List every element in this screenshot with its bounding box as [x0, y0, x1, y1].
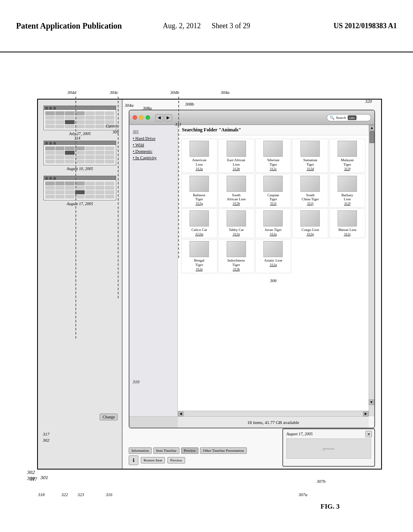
item-ref: 312r	[344, 232, 351, 236]
grid-item-tabby: Tabby Cat 312n	[218, 208, 254, 238]
grid-item-siberiantiger: SiberianTiger 312c	[255, 139, 292, 173]
grid-item-bengaltiger: BengalTiger 312e	[181, 239, 217, 273]
search-label: Search	[336, 116, 346, 120]
item-name: East AfricanLion	[227, 158, 245, 167]
grid-item-barbarylion: BarbaryLion 312l	[329, 174, 365, 208]
calendar-item-3: August 17, 2005	[44, 176, 116, 206]
scroll-thumb-v[interactable]	[369, 131, 374, 143]
item-name: Javan Tiger	[265, 228, 282, 232]
publication-date: Aug. 2, 2012	[163, 22, 201, 30]
item-name: SumatranTiger	[303, 158, 317, 167]
item-icon	[300, 210, 320, 227]
status-text: 18 items, 41.77 GB available	[247, 420, 299, 425]
maximize-button[interactable]	[146, 115, 150, 120]
tab-other-timeline[interactable]: Other Timeline Presentation	[200, 447, 247, 454]
change-button-area: Change	[100, 414, 118, 420]
item-icon	[227, 176, 246, 192]
change-button[interactable]: Change	[100, 414, 118, 420]
grid-item-southchinatiger: SouthChina Tiger 312j	[292, 174, 328, 208]
page-header: Patent Application Publication Aug. 2, 2…	[0, 0, 413, 52]
publication-date-sheet: Aug. 2, 2012 Sheet 3 of 29	[143, 22, 270, 30]
ref-304a-label: 304a	[125, 103, 133, 108]
finder-grid-area[interactable]: Searching Folder "Animals" AmericanLion …	[178, 125, 369, 416]
restore-item-btn[interactable]: Restore Item	[141, 457, 165, 463]
item-ref: 312b	[233, 167, 240, 171]
item-icon	[190, 176, 209, 192]
item-name: AmericanLion	[192, 158, 206, 167]
preview-content: preview	[286, 438, 371, 459]
item-ref: 312q	[269, 263, 277, 267]
item-ref: 312m	[195, 232, 203, 236]
item-ref: 312n	[233, 232, 240, 236]
info-icon: ℹ	[133, 457, 135, 463]
item-icon	[338, 141, 357, 157]
finder-content-area: 301 • Hard Drive • Wild • Domestic • In …	[129, 125, 374, 416]
scroll-right-btn[interactable]: ▶	[363, 411, 369, 416]
grid-item-javantiger: Javan Tiger 312o	[255, 208, 292, 238]
back-button[interactable]: ◀	[155, 114, 163, 121]
item-name: Tabby Cat	[229, 228, 244, 232]
item-name: Massai Lion	[338, 228, 357, 232]
grid-item-sumatrantiger: SumatranTiger 312d	[292, 139, 328, 173]
preview-btn[interactable]: Preview	[167, 457, 185, 463]
item-ref: 312p	[307, 232, 314, 236]
item-ref: 312f	[344, 167, 350, 171]
sidebar-item-harddrive[interactable]: • Hard Drive	[129, 135, 177, 141]
ref-304b: 304b	[170, 90, 179, 95]
scroll-up-btn[interactable]: ▲	[369, 125, 375, 131]
scroll-left-btn[interactable]: ◀	[178, 411, 184, 416]
dashed-line-304d	[75, 97, 76, 339]
item-ref: 312h	[233, 202, 240, 206]
item-name: IndochineseTiger	[227, 258, 245, 267]
grid-item-congolion: Congo Lion 312p	[292, 208, 328, 238]
h-scrollbar[interactable]: ◀ ▶	[178, 411, 369, 416]
info-icon-btn[interactable]: ℹ	[129, 455, 138, 465]
dashed-line-304b	[178, 97, 179, 258]
item-ref: 312c	[270, 167, 277, 171]
scroll-down-btn[interactable]: ▼	[369, 399, 374, 405]
diagram-area: July 27, 2005	[0, 52, 413, 532]
item-ref: 312k	[233, 267, 240, 271]
sheet-number: Sheet 3 of 29	[212, 22, 250, 30]
finder-statusbar: 18 items, 41.77 GB available	[178, 416, 369, 428]
item-ref: 312l	[344, 202, 350, 206]
item-ref: 312g	[196, 202, 203, 206]
ref-308b-label: 308b	[185, 102, 194, 106]
item-icon	[263, 176, 283, 192]
grid-item-southafricanlion: SouthAfrican Lion 312h	[218, 174, 254, 208]
v-scrollbar[interactable]: ▲ ▼	[369, 125, 374, 416]
folder-title: Searching Folder "Animals"	[178, 125, 369, 135]
grid-item-balinesetiger: BalineseTiger 312g	[181, 174, 217, 208]
nav-buttons: ◀ ▶	[155, 114, 172, 121]
item-ref: 312j	[307, 202, 313, 206]
search-box[interactable]: 🔍 Search cats	[327, 114, 371, 121]
ref-317-label: 317	[43, 432, 50, 436]
ref-304a-top: 304a	[221, 90, 229, 95]
ref-302-label: 302	[43, 438, 50, 443]
sidebar-item-domestic[interactable]: • Domestic	[129, 148, 177, 154]
calendar-item-1: July 27, 2005	[44, 106, 116, 136]
calendar-item-2: August 10, 2005	[44, 141, 116, 171]
item-ref: 312o	[269, 232, 277, 236]
fig-label: FIG. 3	[321, 503, 340, 511]
ref-318-outer: 318	[38, 492, 45, 497]
item-icon	[300, 176, 320, 192]
grid-item-asiaticlion: Asiatic Lion 312q	[255, 239, 292, 273]
tab-item-timeline[interactable]: Item Timeline	[153, 447, 179, 454]
sidebar-item-incaptivity[interactable]: • In Captivity	[129, 154, 177, 161]
ref-310-label: 310	[133, 379, 140, 384]
ref-302: 302	[27, 469, 35, 476]
item-icon	[190, 141, 209, 157]
tab-preview[interactable]: Preview	[181, 447, 199, 454]
sidebar-item-wild[interactable]: • Wild	[129, 141, 177, 148]
item-icon	[190, 241, 209, 257]
close-button[interactable]	[133, 115, 137, 120]
forward-button[interactable]: ▶	[164, 114, 172, 121]
item-icon	[227, 210, 246, 227]
minimize-button[interactable]	[139, 115, 144, 120]
sidebar-ref-301: 301	[129, 128, 177, 135]
ref-317-outer: 317	[30, 476, 37, 482]
item-name: SiberianTiger	[267, 158, 279, 167]
info-panel-close[interactable]: ✕	[365, 431, 372, 437]
tab-information[interactable]: Information	[129, 447, 152, 454]
